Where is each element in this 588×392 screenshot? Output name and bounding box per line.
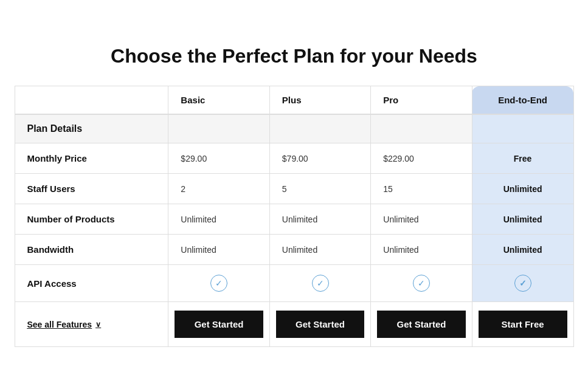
value-e2e-api-access: ✓ (472, 265, 573, 302)
value-basic-products: Unlimited (168, 204, 269, 235)
plan-details-basic (168, 114, 269, 143)
btn-pro-cell: Get Started (371, 302, 472, 347)
plan-details-label: Plan Details (15, 114, 168, 143)
value-pro-api-access: ✓ (371, 265, 472, 302)
col-header-plus: Plus (269, 86, 370, 115)
value-basic-monthly-price: $29.00 (168, 143, 269, 174)
value-plus-bandwidth: Unlimited (269, 235, 370, 265)
plan-details-e2e (472, 114, 573, 143)
plan-details-plus (269, 114, 370, 143)
get-started-button-plus[interactable]: Get Started (276, 311, 364, 338)
btn-plus-cell: Get Started (269, 302, 370, 347)
value-e2e-monthly-price: Free (472, 143, 573, 174)
value-pro-products: Unlimited (371, 204, 472, 235)
value-plus-monthly-price: $79.00 (269, 143, 370, 174)
feature-api-access: API Access (15, 265, 168, 302)
col-header-pro: Pro (371, 86, 472, 115)
check-icon-pro: ✓ (413, 275, 430, 292)
btn-basic-cell: Get Started (168, 302, 269, 347)
chevron-down-icon: ∨ (95, 320, 101, 329)
plan-details-row: Plan Details (15, 114, 573, 143)
value-pro-monthly-price: $229.00 (371, 143, 472, 174)
value-pro-bandwidth: Unlimited (371, 235, 472, 265)
see-all-features-link[interactable]: See all Features ∨ (27, 320, 156, 329)
row-number-of-products: Number of Products Unlimited Unlimited U… (15, 204, 573, 235)
check-icon-plus: ✓ (312, 275, 329, 292)
value-plus-products: Unlimited (269, 204, 370, 235)
col-header-e2e: End-to-End (472, 86, 573, 115)
value-plus-api-access: ✓ (269, 265, 370, 302)
col-header-basic: Basic (168, 86, 269, 115)
value-basic-staff-users: 2 (168, 174, 269, 204)
value-e2e-products: Unlimited (472, 204, 573, 235)
header-row: Basic Plus Pro End-to-End (15, 86, 573, 115)
row-monthly-price: Monthly Price $29.00 $79.00 $229.00 Free (15, 143, 573, 174)
btn-e2e-cell: Start Free (472, 302, 573, 347)
feature-number-of-products: Number of Products (15, 204, 168, 235)
page-title: Choose the Perfect Plan for your Needs (15, 45, 574, 67)
pricing-container: Choose the Perfect Plan for your Needs B… (9, 33, 580, 359)
check-icon-basic: ✓ (210, 275, 227, 292)
plan-details-pro (371, 114, 472, 143)
row-staff-users: Staff Users 2 5 15 Unlimited (15, 174, 573, 204)
value-e2e-staff-users: Unlimited (472, 174, 573, 204)
check-icon-e2e: ✓ (514, 275, 531, 292)
footer-row: See all Features ∨ Get Started Get Start… (15, 302, 573, 347)
value-basic-bandwidth: Unlimited (168, 235, 269, 265)
col-header-feature (15, 86, 168, 115)
get-started-button-basic[interactable]: Get Started (175, 311, 263, 338)
see-all-features-label: See all Features (27, 320, 92, 329)
row-bandwidth: Bandwidth Unlimited Unlimited Unlimited … (15, 235, 573, 265)
see-all-features-cell[interactable]: See all Features ∨ (15, 302, 168, 347)
start-free-button[interactable]: Start Free (479, 311, 567, 338)
get-started-button-pro[interactable]: Get Started (377, 311, 465, 338)
value-basic-api-access: ✓ (168, 265, 269, 302)
feature-monthly-price: Monthly Price (15, 143, 168, 174)
feature-staff-users: Staff Users (15, 174, 168, 204)
row-api-access: API Access ✓ ✓ ✓ ✓ (15, 265, 573, 302)
value-e2e-bandwidth: Unlimited (472, 235, 573, 265)
pricing-table: Basic Plus Pro End-to-End Plan Details M… (15, 86, 574, 347)
value-pro-staff-users: 15 (371, 174, 472, 204)
value-plus-staff-users: 5 (269, 174, 370, 204)
feature-bandwidth: Bandwidth (15, 235, 168, 265)
